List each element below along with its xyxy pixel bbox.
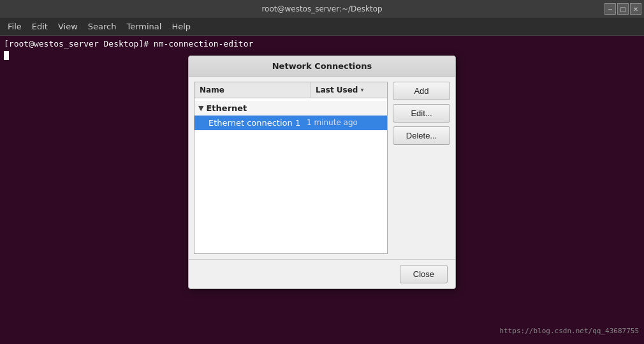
add-button[interactable]: Add <box>393 82 450 100</box>
ethernet-connection-1-row[interactable]: Ethernet connection 1 1 minute ago <box>194 116 387 130</box>
edit-button[interactable]: Edit... <box>393 104 450 123</box>
title-bar: root@westos_server:~/Desktop − □ ✕ <box>0 0 644 18</box>
close-button[interactable]: ✕ <box>630 3 641 15</box>
dialog-body: Name Last Used ▾ ▼ Ethernet Ethernet con… <box>189 77 455 259</box>
close-dialog-button[interactable]: Close <box>400 265 448 283</box>
menu-help[interactable]: Help <box>166 19 196 34</box>
minimize-button[interactable]: − <box>604 3 616 15</box>
sort-arrow-icon[interactable]: ▾ <box>360 86 363 93</box>
group-expand-icon: ▼ <box>198 104 203 112</box>
maximize-button[interactable]: □ <box>617 3 629 15</box>
menu-terminal[interactable]: Terminal <box>121 19 166 34</box>
action-buttons: Add Edit... Delete... <box>393 82 450 254</box>
table-header: Name Last Used ▾ <box>194 82 387 98</box>
menu-edit[interactable]: Edit <box>27 19 53 34</box>
menu-view[interactable]: View <box>53 19 83 34</box>
col-lastused-label: Last Used <box>316 86 358 94</box>
dialog-footer: Close <box>189 259 455 288</box>
window-controls: − □ ✕ <box>604 3 641 15</box>
menu-file[interactable]: File <box>3 19 27 34</box>
menu-search[interactable]: Search <box>83 19 122 34</box>
col-lastused-header: Last Used ▾ <box>311 82 387 98</box>
connection-name: Ethernet connection 1 <box>209 118 307 128</box>
dialog-titlebar: Network Connections <box>189 56 455 77</box>
connections-table: Name Last Used ▾ ▼ Ethernet Ethernet con… <box>194 82 388 254</box>
menu-bar: File Edit View Search Terminal Help <box>0 18 644 36</box>
network-connections-dialog: Network Connections Name Last Used ▾ ▼ E… <box>188 56 456 289</box>
col-name-header: Name <box>194 82 311 98</box>
ethernet-group-row[interactable]: ▼ Ethernet <box>194 101 387 116</box>
connection-last-used: 1 minute ago <box>307 118 383 127</box>
window-title: root@westos_server:~/Desktop <box>261 4 382 13</box>
ethernet-group-label: Ethernet <box>206 103 247 113</box>
table-body: ▼ Ethernet Ethernet connection 1 1 minut… <box>194 98 387 133</box>
terminal-line-1: [root@westos_server Desktop]# nm-connect… <box>4 38 640 50</box>
watermark: https://blog.csdn.net/qq_43687755 <box>499 327 639 335</box>
delete-button[interactable]: Delete... <box>393 126 450 145</box>
cursor <box>4 51 9 60</box>
